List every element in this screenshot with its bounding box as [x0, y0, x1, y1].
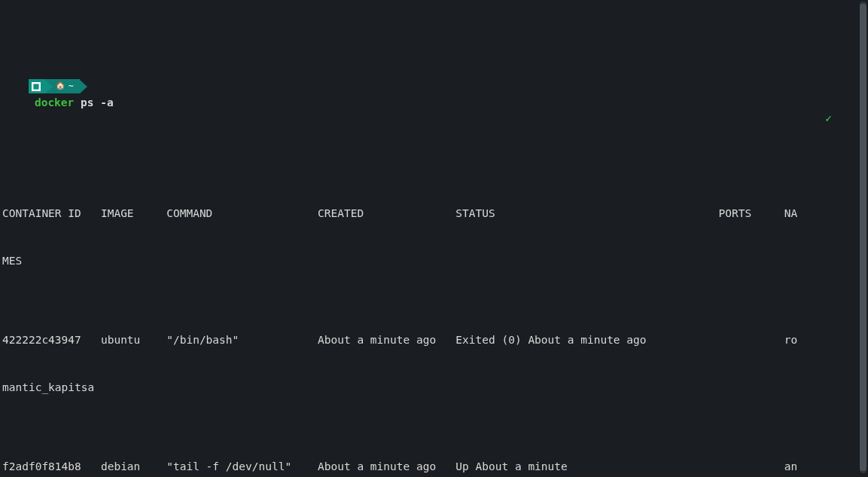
- tilde: ~: [69, 81, 74, 93]
- table-header-row: CONTAINER ID IMAGE COMMAND CREATED STATU…: [2, 206, 868, 222]
- svg-rect-1: [33, 84, 38, 89]
- table-header-row-cont: MES: [2, 253, 868, 269]
- scrollbar-thumb[interactable]: [860, 4, 866, 471]
- table-row: 422222c43947 ubuntu "/bin/bash" About a …: [2, 332, 868, 348]
- scrollbar-track[interactable]: [860, 2, 866, 473]
- cmd-program: docker: [35, 96, 74, 109]
- table-row: f2adf0f814b8 debian "tail -f /dev/null" …: [2, 459, 868, 475]
- header-text: MES: [2, 255, 22, 267]
- powerline-arrow-icon: [80, 80, 87, 93]
- cmd-args: ps -a: [74, 96, 113, 109]
- prompt-line-1: 🏠 ~ docker ps -a ✓: [2, 63, 868, 142]
- row-text: mantic_kapitsa: [2, 381, 94, 393]
- terminal-output-area[interactable]: 🏠 ~ docker ps -a ✓ CONTAINER ID IMAGE CO…: [0, 0, 868, 477]
- command-text: docker ps -a: [29, 96, 114, 109]
- distro-logo-icon: [29, 79, 45, 93]
- powerline-arrow-icon: [45, 80, 53, 93]
- row-text: 422222c43947 ubuntu "/bin/bash" About a …: [2, 334, 797, 346]
- table-row-cont: mantic_kapitsa: [2, 380, 868, 396]
- header-text: CONTAINER ID IMAGE COMMAND CREATED STATU…: [2, 207, 797, 219]
- row-text: f2adf0f814b8 debian "tail -f /dev/null" …: [2, 460, 797, 472]
- status-check-icon: ✓: [825, 111, 832, 127]
- home-icon: 🏠: [56, 81, 65, 92]
- prompt-badge: 🏠 ~: [29, 79, 87, 93]
